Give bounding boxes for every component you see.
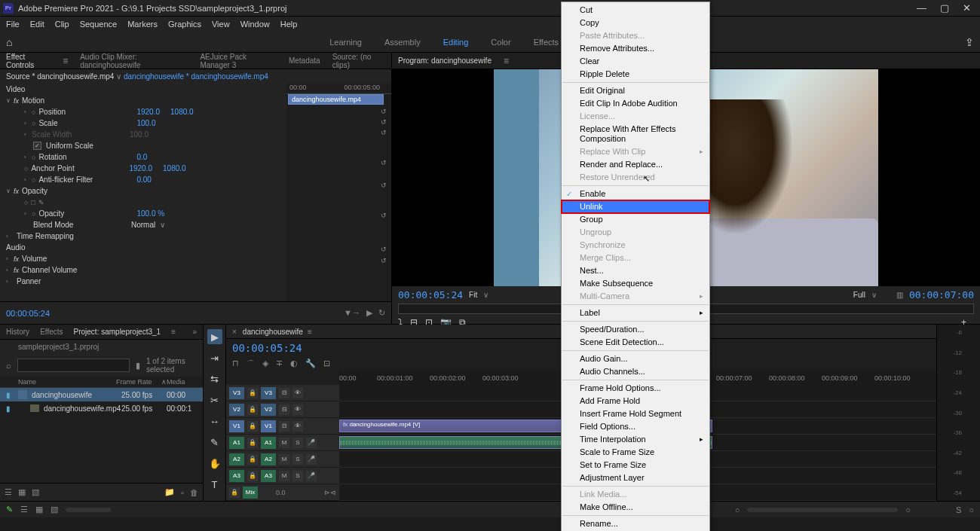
rotation-val[interactable]: 0.0 <box>136 153 147 161</box>
razor-tool[interactable]: ✂ <box>207 392 222 407</box>
bin-icon[interactable]: ▮ <box>136 361 140 371</box>
menu-help[interactable]: Help <box>280 20 298 29</box>
lock-icon[interactable]: 🔒 <box>247 388 258 398</box>
menu-item-unlink[interactable]: Unlink <box>562 200 709 213</box>
menu-item-audio-gain[interactable]: Audio Gain... <box>562 352 709 365</box>
program-timecode-left[interactable]: 00:00:05:24 <box>398 289 463 301</box>
tab-history[interactable]: History <box>6 328 29 336</box>
project-item-sequence[interactable]: ▮ dancinghousewife 25.00 fps 00:00 <box>0 388 203 401</box>
solo-icon[interactable]: S <box>956 505 961 514</box>
blend-val[interactable]: Normal <box>131 221 155 229</box>
wrench-icon[interactable]: 🔧 <box>305 359 316 370</box>
menu-item-scene-edit-detection[interactable]: Scene Edit Detection... <box>562 336 709 349</box>
project-search-input[interactable] <box>17 359 130 372</box>
menu-graphics[interactable]: Graphics <box>168 20 201 29</box>
menu-item-edit-clip-in-adobe-audition[interactable]: Edit Clip In Adobe Audition <box>562 97 709 110</box>
list-view-icon[interactable]: ☰ <box>5 487 12 497</box>
workspace-effects[interactable]: Effects <box>534 38 559 47</box>
effect-clip-bar[interactable]: dancinghousewife.mp4 <box>288 94 384 105</box>
menu-item-remove-attributes[interactable]: Remove Attributes... <box>562 42 709 55</box>
timeline-zoom-slider[interactable] <box>747 508 898 512</box>
trash-icon[interactable]: 🗑 <box>190 488 198 497</box>
menu-item-make-offline[interactable]: Make Offline... <box>562 501 709 514</box>
menu-view[interactable]: View <box>212 20 230 29</box>
menu-item-enable[interactable]: Enable <box>562 188 709 200</box>
scale-dropdown[interactable]: Full <box>853 291 865 299</box>
timeline-tab-menu[interactable]: ≡ <box>308 328 312 336</box>
keyframe-icon[interactable]: ↺ <box>381 108 387 115</box>
col-name[interactable]: Name <box>18 378 116 386</box>
home-icon[interactable]: ⌂ <box>6 36 12 48</box>
project-tab-menu[interactable]: ≡ <box>171 328 176 336</box>
pen-tool[interactable]: ✎ <box>207 435 222 450</box>
source-link[interactable]: dancinghousewife * dancinghousewife.mp4 <box>124 72 268 81</box>
menu-markers[interactable]: Markers <box>127 20 158 29</box>
filter-icon[interactable]: ▼→ <box>344 308 360 318</box>
tab-effect-controls[interactable]: Effect Controls <box>6 53 51 69</box>
snap-icon[interactable]: ⊓ <box>232 359 239 370</box>
flicker-val[interactable]: 0.00 <box>136 175 151 184</box>
opacity-val[interactable]: 100.0 % <box>136 209 164 218</box>
new-bin-icon[interactable]: 📁 <box>164 487 175 497</box>
anchor-x[interactable]: 1920.0 <box>129 164 152 172</box>
menu-item-nest[interactable]: Nest... <box>562 264 709 277</box>
keyframe-icon[interactable]: ↺ <box>381 129 387 136</box>
menu-item-label[interactable]: Label <box>562 307 709 319</box>
menu-item-frame-hold-options[interactable]: Frame Hold Options... <box>562 382 709 395</box>
menu-item-group[interactable]: Group <box>562 213 709 226</box>
caption-icon[interactable]: ⊡ <box>323 359 330 370</box>
menu-window[interactable]: Window <box>240 20 270 29</box>
maximize-button[interactable]: ▢ <box>940 2 949 14</box>
new-item-icon[interactable]: ▫ <box>181 488 184 497</box>
workspace-assembly[interactable]: Assembly <box>384 38 421 47</box>
play-icon[interactable]: ▶ <box>366 308 372 318</box>
menu-item-cut[interactable]: Cut <box>562 4 709 17</box>
menu-edit[interactable]: Edit <box>30 20 44 29</box>
tab-aejuice[interactable]: AEJuice Pack Manager 3 <box>200 53 277 69</box>
sync-lock-icon[interactable]: ⊟ <box>279 388 289 398</box>
tab-audio-clip-mixer[interactable]: Audio Clip Mixer: dancinghousewife <box>80 53 188 69</box>
panel-chevron-icon[interactable]: » <box>192 328 197 336</box>
write-keyframe-icon[interactable]: ⊳⊲ <box>324 489 336 496</box>
menu-item-replace-with-after-effects-composition[interactable]: Replace With After Effects Composition <box>562 123 709 145</box>
view-list-icon[interactable]: ☰ <box>20 505 28 514</box>
track-v1[interactable]: V1 <box>229 420 244 432</box>
tab-source[interactable]: Source: (no clips) <box>332 53 385 69</box>
freeform-view-icon[interactable]: ▧ <box>32 487 39 497</box>
effect-timecode[interactable]: 00:00:05:24 <box>6 309 50 318</box>
keyframe-icon[interactable]: ↺ <box>381 159 387 166</box>
menu-item-field-options[interactable]: Field Options... <box>562 420 709 433</box>
channel-volume-label[interactable]: Channel Volume <box>22 266 120 274</box>
tab-effects[interactable]: Effects <box>40 328 63 336</box>
col-framerate[interactable]: Frame Rate <box>116 378 161 386</box>
position-y[interactable]: 1080.0 <box>170 108 194 116</box>
timeline-zoom-out-icon[interactable]: ○ <box>735 505 740 514</box>
menu-sequence[interactable]: Sequence <box>80 20 118 29</box>
marker-icon[interactable]: ◈ <box>262 359 268 370</box>
loop-icon[interactable]: ↻ <box>378 308 385 318</box>
effect-timeline[interactable]: 00:0000:00:05:00 dancinghousewife.mp4 ↺ … <box>286 84 391 301</box>
safe-margins-icon[interactable]: ▥ <box>896 291 903 299</box>
tab-project[interactable]: Project: sampleproject3_1 <box>74 328 161 336</box>
menu-item-ripple-delete[interactable]: Ripple Delete <box>562 68 709 81</box>
keyframe-icon[interactable]: ↺ <box>381 246 387 253</box>
track-a2[interactable]: A2 <box>229 453 244 465</box>
mute-icon[interactable]: ○ <box>969 505 974 514</box>
timeline-tab[interactable]: dancinghousewife <box>243 328 303 336</box>
timeline-zoom-in-icon[interactable]: ○ <box>905 505 911 514</box>
slip-tool[interactable]: ↔ <box>207 414 222 429</box>
view-freeform-icon[interactable]: ▧ <box>51 505 58 514</box>
keyframe-icon[interactable]: ↺ <box>381 257 387 264</box>
timeline-timecode[interactable]: 00:00:05:24 <box>232 342 302 354</box>
menu-item-clear[interactable]: Clear <box>562 55 709 68</box>
time-remap-label[interactable]: Time Remapping <box>17 232 115 240</box>
menu-item-set-to-frame-size[interactable]: Set to Frame Size <box>562 459 709 471</box>
view-icon-icon[interactable]: ▦ <box>35 505 43 514</box>
uniform-scale-checkbox[interactable]: ✓ <box>33 142 41 150</box>
keyframe-icon[interactable]: ↺ <box>381 182 387 189</box>
ripple-edit-tool[interactable]: ⇆ <box>207 371 222 386</box>
keyframe-icon[interactable]: ↺ <box>381 118 387 126</box>
col-media[interactable]: Media <box>167 378 197 386</box>
icon-view-icon[interactable]: ▦ <box>18 487 26 497</box>
menu-item-copy[interactable]: Copy <box>562 17 709 29</box>
